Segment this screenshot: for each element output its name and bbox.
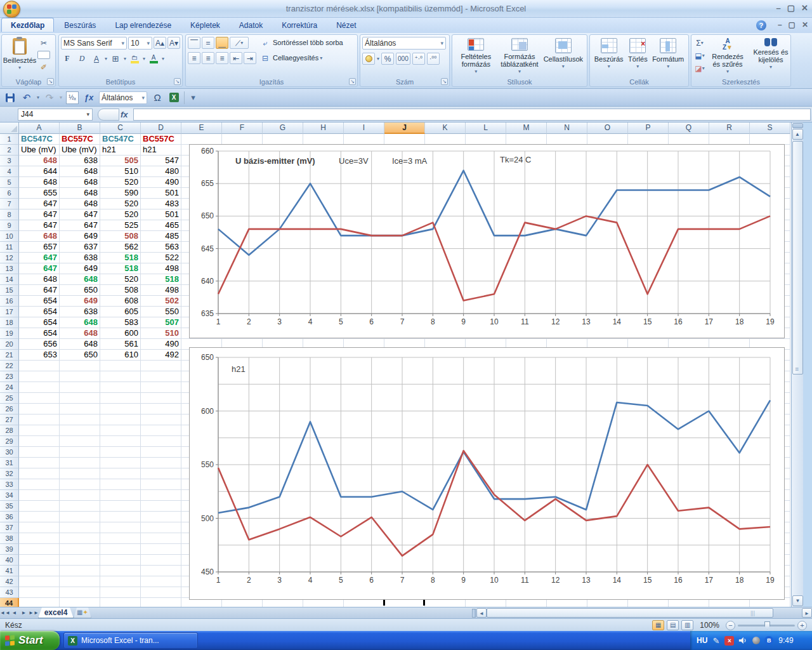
row-header-28[interactable]: 28	[0, 425, 19, 436]
zoom-slider[interactable]	[738, 625, 795, 627]
row-header-20[interactable]: 20	[0, 339, 19, 350]
cell-A43[interactable]	[19, 587, 60, 598]
increase-indent-button[interactable]: ⇥	[244, 52, 256, 64]
zoom-slider-thumb[interactable]	[764, 621, 770, 630]
cell-K1[interactable]	[425, 134, 466, 145]
cell-D32[interactable]	[141, 468, 181, 479]
row-header-38[interactable]: 38	[0, 533, 19, 544]
cell-J1[interactable]	[384, 134, 425, 145]
row-header-44[interactable]: 44	[0, 598, 19, 607]
insert-worksheet-tab[interactable]: ▦✦	[74, 607, 91, 618]
cell-D25[interactable]	[141, 393, 181, 404]
row-header-33[interactable]: 33	[0, 479, 19, 490]
minimize-button[interactable]: –	[776, 3, 781, 13]
security-shield-icon[interactable]: ×	[724, 636, 734, 646]
cell-B11[interactable]: 637	[60, 242, 100, 253]
cell-A22[interactable]	[19, 361, 60, 371]
cell-B2[interactable]: Ube (mV)	[60, 145, 100, 156]
formula-input[interactable]	[134, 109, 811, 121]
cell-D40[interactable]	[141, 555, 181, 566]
cell-D22[interactable]	[141, 361, 181, 371]
cell-D24[interactable]	[141, 382, 181, 393]
row-header-1[interactable]: 1	[0, 134, 19, 145]
cell-D8[interactable]: 501	[141, 209, 181, 220]
cell-C12[interactable]: 518	[100, 253, 141, 263]
cell-D5[interactable]: 490	[141, 177, 181, 188]
cell-B24[interactable]	[60, 382, 100, 393]
align-top-button[interactable]: ⎺	[188, 37, 200, 49]
cell-D15[interactable]: 498	[141, 285, 181, 296]
cell-B22[interactable]	[60, 361, 100, 371]
align-center-button[interactable]: ≡	[202, 52, 214, 64]
cell-D34[interactable]	[141, 490, 181, 501]
row-header-37[interactable]: 37	[0, 522, 19, 533]
column-header-B[interactable]: B	[60, 123, 100, 134]
cell-A24[interactable]	[19, 382, 60, 393]
cell-B10[interactable]: 649	[60, 231, 100, 242]
cell-D31[interactable]	[141, 458, 181, 468]
cell-C13[interactable]: 518	[100, 263, 141, 274]
cell-D13[interactable]: 498	[141, 263, 181, 274]
cell-B33[interactable]	[60, 479, 100, 490]
fill-button[interactable]: ⬓▾	[693, 50, 706, 62]
zoom-level[interactable]: 100%	[700, 621, 719, 630]
cell-A41[interactable]	[19, 566, 60, 576]
help-icon[interactable]: ?	[756, 20, 766, 30]
cell-A25[interactable]	[19, 393, 60, 404]
cell-B20[interactable]: 648	[60, 339, 100, 350]
cell-C25[interactable]	[100, 393, 141, 404]
merge-cells-button[interactable]: Cellaegyesítés	[273, 52, 318, 64]
row-header-19[interactable]: 19	[0, 328, 19, 339]
row-header-18[interactable]: 18	[0, 317, 19, 328]
start-button[interactable]: Start	[0, 631, 60, 650]
cell-C35[interactable]	[100, 501, 141, 512]
cell-D37[interactable]	[141, 522, 181, 533]
cell-C15[interactable]: 508	[100, 285, 141, 296]
cell-G1[interactable]	[263, 134, 303, 145]
save-button[interactable]	[4, 91, 16, 104]
insert-function-fx-button[interactable]: fx	[119, 109, 134, 121]
cell-A36[interactable]	[19, 512, 60, 522]
cell-A38[interactable]	[19, 533, 60, 544]
align-left-button[interactable]: ≡	[188, 52, 200, 64]
row-header-42[interactable]: 42	[0, 576, 19, 587]
number-dialog-launcher[interactable]: ↘	[441, 78, 448, 85]
column-header-H[interactable]: H	[303, 123, 344, 134]
cell-D6[interactable]: 501	[141, 188, 181, 199]
cell-C24[interactable]	[100, 382, 141, 393]
cell-D11[interactable]: 563	[141, 242, 181, 253]
clear-button[interactable]: ◪▾	[693, 62, 706, 74]
cell-D12[interactable]: 522	[141, 253, 181, 263]
cell-C28[interactable]	[100, 425, 141, 436]
insert-function-button[interactable]: ƒx	[82, 91, 95, 104]
symbol-button[interactable]: Ω	[151, 91, 164, 104]
cell-D9[interactable]: 465	[141, 220, 181, 231]
cell-Q1[interactable]	[669, 134, 709, 145]
cell-P1[interactable]	[628, 134, 669, 145]
cell-A23[interactable]	[19, 371, 60, 382]
row-header-26[interactable]: 26	[0, 404, 19, 415]
cell-C17[interactable]: 605	[100, 307, 141, 317]
workbook-minimize-button[interactable]: –	[778, 20, 782, 30]
column-header-I[interactable]: I	[344, 123, 384, 134]
horizontal-split-handle[interactable]	[472, 609, 476, 618]
cell-C16[interactable]: 608	[100, 296, 141, 307]
cell-A5[interactable]: 648	[19, 177, 60, 188]
cell-A2[interactable]: Ube (mV)	[19, 145, 60, 156]
cell-C19[interactable]: 600	[100, 328, 141, 339]
cell-A3[interactable]: 648	[19, 156, 60, 166]
cell-A42[interactable]	[19, 576, 60, 587]
cell-D19[interactable]: 510	[141, 328, 181, 339]
cell-C32[interactable]	[100, 468, 141, 479]
zoom-out-button[interactable]: −	[726, 621, 735, 630]
column-header-K[interactable]: K	[425, 123, 466, 134]
cell-L1[interactable]	[466, 134, 506, 145]
align-right-button[interactable]: ≡	[216, 52, 228, 64]
cell-C30[interactable]	[100, 447, 141, 458]
cell-C39[interactable]	[100, 544, 141, 555]
cell-A35[interactable]	[19, 501, 60, 512]
row-header-16[interactable]: 16	[0, 296, 19, 307]
cell-D35[interactable]	[141, 501, 181, 512]
cell-D4[interactable]: 480	[141, 166, 181, 177]
volume-icon[interactable]	[738, 636, 747, 646]
